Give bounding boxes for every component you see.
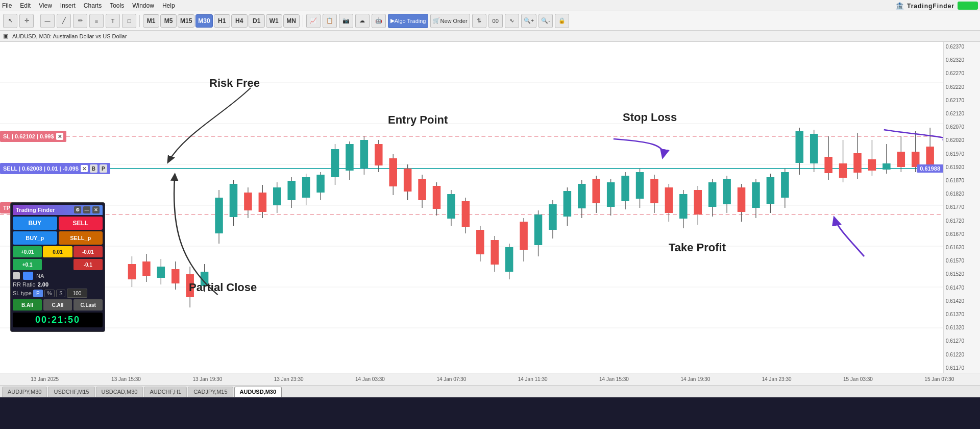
sl-type-dollar[interactable]: $: [56, 290, 65, 297]
svg-rect-27: [244, 193, 252, 210]
algo-trading-btn[interactable]: ▶ Algo Trading: [388, 14, 429, 28]
rr-ratio-label: RR Ratio: [13, 281, 36, 288]
menu-charts[interactable]: Charts: [84, 2, 102, 9]
symbol-bar: ▣ AUDUSD, M30: Australian Dollar vs US D…: [0, 31, 980, 42]
bottom-tabs: AUDJPY,M30 USDCHF,M15 USDCAD,M30 AUDCHF,…: [0, 385, 980, 397]
sl-type-percent[interactable]: %: [44, 290, 55, 297]
lot-minus-small-btn[interactable]: -0.01: [74, 246, 103, 257]
sell-button[interactable]: SELL: [59, 217, 103, 230]
panel-minimize-icon[interactable]: —: [83, 206, 90, 213]
svg-rect-19: [186, 274, 194, 297]
svg-rect-57: [462, 201, 470, 227]
sell-p-button[interactable]: P: [100, 164, 107, 173]
shape-tool[interactable]: □: [122, 14, 136, 28]
buy-p-button[interactable]: BUY_p: [13, 231, 57, 245]
color-picker[interactable]: [23, 272, 33, 280]
b-all-button[interactable]: B.All: [13, 299, 42, 311]
screenshot-btn[interactable]: 📷: [339, 14, 353, 28]
menu-bar: File Edit View Insert Charts Tools Windo…: [0, 0, 980, 11]
cursor-tool[interactable]: ↖: [3, 14, 17, 28]
svg-rect-45: [375, 144, 383, 165]
tab-audjpy[interactable]: AUDJPY,M30: [2, 387, 47, 397]
svg-rect-41: [346, 144, 354, 171]
sell-p-button[interactable]: SELL_p: [59, 231, 103, 245]
svg-rect-111: [853, 153, 862, 173]
trendline-tool[interactable]: ╱: [57, 14, 71, 28]
tf-mn[interactable]: MN: [283, 14, 300, 28]
sell-b-button[interactable]: B: [90, 164, 97, 173]
tl-0: 13 Jan 2025: [4, 376, 85, 382]
brand-logo: 🏦 TradingFinder: [895, 2, 954, 10]
tf-m1[interactable]: M1: [143, 14, 159, 28]
sl-type-p[interactable]: P: [33, 290, 43, 297]
tab-usdcad[interactable]: USDCAD,M30: [96, 387, 143, 397]
wave-btn[interactable]: ∿: [505, 14, 519, 28]
channel-tool[interactable]: ≡: [89, 14, 104, 28]
price-12: 0.61770: [946, 204, 978, 210]
sl-label-text: SL | 0.62102 | 0.99$: [3, 133, 54, 139]
zoom-out-btn[interactable]: 🔍-: [538, 14, 553, 28]
tl-10: 15 Jan 03:30: [817, 376, 898, 382]
tf-m30[interactable]: M30: [195, 14, 212, 28]
tick-btn[interactable]: 00: [488, 14, 503, 28]
panel-header: Trading Finder ⚙ — ✕: [13, 205, 103, 215]
action-row: B.All C.All C.Last: [13, 299, 103, 311]
tf-m5[interactable]: M5: [160, 14, 177, 28]
depth-btn[interactable]: ⇅: [472, 14, 486, 28]
menu-edit[interactable]: Edit: [20, 2, 31, 9]
cloud-btn[interactable]: ☁: [355, 14, 370, 28]
menu-tools[interactable]: Tools: [110, 2, 124, 9]
draw-tool[interactable]: ✏: [73, 14, 87, 28]
zoom-in-btn[interactable]: 🔍+: [521, 14, 536, 28]
lot-minus-large-btn[interactable]: -0.1: [74, 259, 103, 270]
tf-m15[interactable]: M15: [178, 14, 194, 28]
lot-plus-large-btn[interactable]: +0.1: [13, 259, 42, 270]
na-label: NA: [36, 273, 44, 279]
tf-w1[interactable]: W1: [266, 14, 282, 28]
menu-window[interactable]: Window: [132, 2, 154, 9]
panel-close-icon[interactable]: ✕: [92, 206, 100, 213]
robot-btn[interactable]: 🤖: [372, 14, 386, 28]
new-order-btn[interactable]: 🛒 New Order: [430, 14, 470, 28]
text-tool[interactable]: T: [106, 14, 120, 28]
svg-rect-105: [810, 134, 818, 163]
c-all-button[interactable]: C.All: [43, 299, 72, 311]
tl-5: 14 Jan 07:30: [411, 376, 492, 382]
menu-help[interactable]: Help: [162, 2, 175, 9]
lot-plus-small-btn[interactable]: +0.01: [13, 246, 42, 257]
tf-h1[interactable]: H1: [214, 14, 230, 28]
sell-close-button[interactable]: ✕: [81, 165, 88, 172]
c-last-button[interactable]: C.Last: [74, 299, 103, 311]
tl-6: 14 Jan 11:30: [492, 376, 573, 382]
tab-cadjpy[interactable]: CADJPY,M15: [188, 387, 233, 397]
main-area: Risk Free Entry Point Stop Loss Partial …: [0, 42, 980, 373]
template-btn[interactable]: 📋: [323, 14, 337, 28]
property-btn[interactable]: 🔒: [555, 14, 569, 28]
lot-main-btn[interactable]: 0.01: [43, 246, 72, 257]
buy-button[interactable]: BUY: [13, 217, 57, 230]
indicator-btn[interactable]: 📈: [306, 14, 321, 28]
chart-area[interactable]: Risk Free Entry Point Stop Loss Partial …: [0, 42, 943, 373]
tab-audusd[interactable]: AUDUSD,M30: [234, 387, 282, 397]
symbol-text: AUDUSD, M30: Australian Dollar vs US Dol…: [12, 33, 127, 39]
menu-file[interactable]: File: [2, 2, 12, 9]
panel-settings-icon[interactable]: ⚙: [74, 206, 81, 213]
tab-audchf[interactable]: AUDCHF,H1: [144, 387, 187, 397]
tl-2: 13 Jan 19:30: [167, 376, 248, 382]
sell-label-text: SELL | 0.62003 | 0.01 | -0.09$: [3, 165, 79, 172]
line-tool[interactable]: —: [40, 14, 55, 28]
svg-rect-117: [897, 152, 905, 167]
menu-insert[interactable]: Insert: [60, 2, 76, 9]
rr-ratio-row: RR Ratio 2.00: [13, 281, 103, 288]
sl-value-input[interactable]: [67, 289, 87, 298]
menu-view[interactable]: View: [39, 2, 52, 9]
tf-d1[interactable]: D1: [249, 14, 265, 28]
crosshair-tool[interactable]: ✛: [19, 14, 34, 28]
sl-close-button[interactable]: ✕: [56, 133, 63, 140]
svg-rect-55: [447, 194, 455, 219]
tab-usdchf[interactable]: USDCHF,M15: [48, 387, 94, 397]
tl-11: 15 Jan 07:30: [899, 376, 980, 382]
svg-rect-77: [607, 182, 615, 207]
svg-rect-37: [316, 175, 325, 193]
tf-h4[interactable]: H4: [231, 14, 248, 28]
